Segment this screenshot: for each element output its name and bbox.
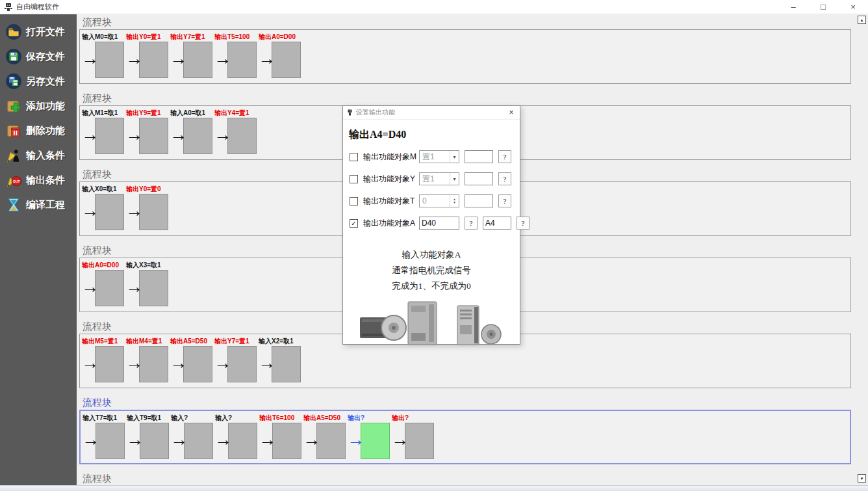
flow-block[interactable] [272,423,301,459]
flow-block[interactable] [228,423,257,459]
flow-block[interactable] [272,346,301,382]
flow-block[interactable] [272,42,301,78]
flow-unit: 输出Y9=置1→ [125,109,170,155]
minimize-button[interactable]: – [778,0,808,14]
flow-block[interactable] [183,42,212,78]
flow-block[interactable] [183,346,212,382]
help-button[interactable]: ? [498,150,511,163]
flow-block[interactable] [227,346,257,382]
servo-motors-image [343,299,520,346]
sidebar-item-label: 编译工程 [26,199,65,211]
value-select[interactable]: 置1▾ [419,172,459,185]
sidebar-item-delete-function[interactable]: 删除功能 [5,122,77,139]
maximize-button[interactable]: □ [808,0,838,14]
triangle-down-icon: ▼ [860,477,864,481]
bottom-strip [0,485,868,491]
flow-block[interactable] [139,118,168,154]
flow-arrow-icon: → [170,40,183,77]
value-input[interactable] [419,217,459,230]
flow-block[interactable] [95,118,124,154]
help-button[interactable]: ? [498,172,511,185]
flow-unit: 输出Y4=置1→ [214,109,258,155]
flow-arrow-icon: → [126,421,140,458]
flow-row-box: 输入T7=取1→输入T9=取1→输入?→输入?→输出T6=100→输出A5=D5… [79,410,851,464]
spin-down-icon: ▾ [453,201,455,204]
flow-arrow-icon: → [347,421,361,458]
flow-block[interactable] [95,42,124,78]
checkbox[interactable]: ✓ [350,219,358,228]
flow-arrow-icon: → [125,269,139,305]
flow-row-title: 流程块 [83,92,851,104]
flow-block[interactable] [184,423,213,459]
value2-input[interactable] [465,172,493,185]
row-label: 输出功能对象Y [363,174,419,185]
dialog-close-button[interactable]: × [503,106,520,119]
flow-arrow-icon: → [125,40,139,77]
sidebar-item-compile-project[interactable]: 编译工程 [5,196,77,213]
dialog-help-text: 输入功能对象A 通常指电机完成信号 完成为1、不完成为0 [343,247,520,294]
flow-unit: 输入X2=取1→ [258,337,302,383]
help-button[interactable]: ? [465,217,478,230]
flow-arrow-icon: → [214,116,227,153]
flow-block[interactable] [227,42,257,78]
flow-block[interactable] [140,423,169,459]
help-button[interactable]: ? [517,217,530,230]
flow-arrow-icon: → [81,40,95,77]
flow-block[interactable] [183,118,212,154]
dialog-header: 输出A4=D40 [349,128,520,142]
value-spinner[interactable]: 0▴▾ [419,194,459,207]
scrollbar[interactable]: ▲ ▼ [857,16,867,483]
help-button[interactable]: ? [498,194,511,207]
flow-block-group[interactable]: 流程块输入T7=取1→输入T9=取1→输入?→输入?→输出T6=100→输出A5… [79,397,851,464]
svg-text:OUT: OUT [13,179,20,183]
value-select[interactable]: 置1▾ [419,150,459,163]
flow-block[interactable] [96,423,125,459]
sidebar-item-label: 删除功能 [26,125,65,137]
flow-block[interactable] [361,423,390,459]
flow-arrow-icon: → [391,421,405,458]
scroll-up-button[interactable]: ▲ [858,16,866,24]
flow-block[interactable] [95,194,124,230]
flow-unit: 输出A0=D00→ [81,261,125,307]
checkbox[interactable] [350,197,358,206]
flow-block-group[interactable]: 流程块 [79,473,851,485]
sidebar-item-input-condition[interactable]: 输入条件 [5,147,77,164]
value2-input[interactable] [465,194,493,207]
flow-block[interactable] [405,423,434,459]
chevron-down-icon: ▾ [450,173,459,185]
flow-unit: 输入X0=取1→ [81,185,125,231]
flow-block[interactable] [139,270,168,306]
value2-input[interactable] [465,150,493,163]
flow-block[interactable] [139,194,168,230]
close-button[interactable]: × [838,0,868,14]
flow-block[interactable] [95,270,124,306]
sidebar-item-save-file[interactable]: 保存文件 [5,48,77,65]
checkbox[interactable] [350,153,358,161]
flow-block-group[interactable]: 流程块输入M0=取1→输出Y0=置1→输出Y7=置1→输出T5=100→输出A0… [79,16,851,84]
sidebar-item-save-as-file[interactable]: 另存文件 [5,73,77,90]
flow-unit: 输出T5=100→ [214,33,258,79]
flow-block[interactable] [95,346,124,382]
checkbox[interactable] [350,175,358,183]
value2-input[interactable] [483,217,511,230]
dialog-rows: 输出功能对象M置1▾?输出功能对象Y置1▾?输出功能对象T0▴▾?✓输出功能对象… [343,150,520,230]
flow-unit: 输入?→ [214,414,259,460]
output-function-row: 输出功能对象Y置1▾? [350,172,513,186]
save-as-file-icon [5,73,22,90]
flow-arrow-icon: → [81,345,95,381]
sidebar-item-output-condition[interactable]: OUT输出条件 [5,172,77,189]
flow-block[interactable] [139,42,168,78]
flow-block[interactable] [316,423,346,459]
output-condition-icon: OUT [5,172,22,189]
flow-arrow-icon: → [214,40,227,77]
scroll-down-button[interactable]: ▼ [858,474,866,483]
sidebar-item-add-function[interactable]: 添加功能 [5,98,77,114]
flow-block[interactable] [139,346,168,382]
flow-block[interactable] [227,118,257,154]
sidebar-item-open-file[interactable]: 打开文件 [5,23,77,40]
spinner-buttons[interactable]: ▴▾ [450,195,459,207]
flow-arrow-icon: → [125,345,139,381]
chevron-down-icon: ▾ [450,151,459,163]
row-label: 输出功能对象M [363,152,419,163]
input-condition-icon [5,147,22,164]
